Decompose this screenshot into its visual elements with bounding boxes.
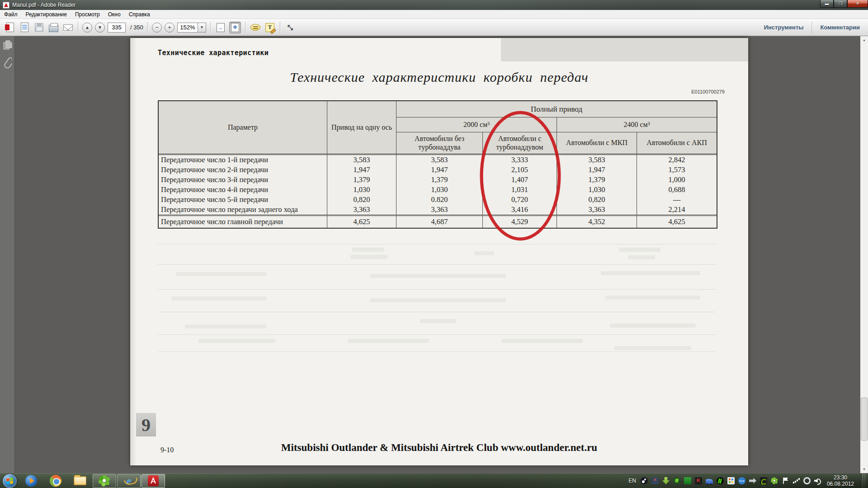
car-app-icon[interactable] [706, 479, 713, 484]
table-cell: 3,583 [327, 155, 396, 165]
taskbar-browser-button[interactable] [44, 474, 67, 488]
sticky-note-button[interactable] [250, 22, 261, 33]
table-row-param: Передаточное число 5-й передачи [159, 195, 327, 205]
minimize-button[interactable]: ▬ [820, 0, 834, 8]
language-indicator[interactable]: EN [628, 478, 636, 484]
previous-page-button[interactable]: ▲ [82, 23, 92, 33]
show-desktop-button[interactable] [861, 474, 866, 488]
scroll-up-button[interactable]: ▲ [860, 36, 868, 44]
taskbar-explorer-button[interactable] [68, 474, 92, 488]
table-row-param: Передаточное число 1-й передачи [159, 155, 327, 165]
action-center-flag-icon[interactable] [782, 477, 789, 484]
next-page-button[interactable]: ▼ [95, 23, 105, 33]
fit-width-button[interactable]: ↔ [215, 22, 226, 33]
menu-file[interactable]: Файл [0, 10, 22, 19]
scrollbar-thumb[interactable] [861, 398, 868, 441]
zoom-out-button[interactable]: − [152, 23, 162, 33]
taskbar-icq-button[interactable] [93, 474, 116, 488]
table-cell: 3,583 [557, 155, 637, 165]
page-thumbnails-button[interactable] [0, 36, 15, 54]
green-square-app-icon[interactable] [684, 477, 691, 484]
pdf-page: Технические характеристики Технические х… [130, 38, 748, 465]
fit-page-button[interactable]: ✥ [229, 22, 241, 33]
windows-logo-icon [6, 477, 13, 484]
table-cell: 2,842 [637, 155, 717, 165]
table-row-param: Передаточное число 2-й передачи [159, 165, 327, 175]
table-cell: 1,030 [327, 185, 396, 195]
safely-remove-hardware-icon[interactable] [749, 477, 756, 484]
table-cell: 1,379 [396, 175, 483, 185]
table-cell: 4,625 [327, 215, 396, 228]
table-cell: 4,625 [637, 215, 717, 228]
blocked-app-icon[interactable] [651, 477, 659, 484]
comments-panel-button[interactable]: Комментарии [812, 24, 868, 31]
steam-icon[interactable] [641, 477, 648, 484]
table-cell: 1,947 [396, 165, 483, 175]
window-controls: ▬ ❐ ✕ [820, 0, 868, 8]
download-arrow-icon[interactable] [662, 477, 670, 484]
fullscreen-icon: ⤡ [288, 23, 293, 32]
kaspersky-icon[interactable] [695, 477, 702, 484]
arrow-down-icon: ▼ [98, 25, 102, 30]
zoom-level-value[interactable]: 152% [177, 23, 198, 33]
fullscreen-button[interactable]: ⤡ [284, 22, 296, 33]
table-cell: 3,363 [327, 205, 396, 215]
open-file-icon [6, 23, 14, 32]
table-header-2400: 2400 см³ [557, 117, 717, 132]
volume-icon[interactable] [814, 477, 821, 484]
pages-icon [3, 40, 12, 50]
razer-icon[interactable] [717, 477, 724, 484]
table-cell: 0,688 [637, 185, 717, 195]
table-cell: 1,030 [557, 185, 637, 195]
menu-edit[interactable]: Редактирование [22, 10, 71, 19]
sticky-note-icon [250, 24, 260, 31]
print-button[interactable] [47, 22, 59, 33]
zoom-in-button[interactable]: + [165, 23, 175, 33]
taskbar-media-player-button[interactable] [19, 474, 43, 488]
vertical-scrollbar[interactable]: ▲ ▼ [860, 36, 868, 473]
save-icon [35, 23, 43, 32]
save-as-button[interactable] [19, 22, 30, 33]
icq-tray-icon[interactable] [771, 477, 778, 484]
highlight-text-button[interactable]: T [264, 22, 276, 33]
maximize-button[interactable]: ❐ [834, 0, 847, 8]
table-header-param: Параметр [159, 101, 327, 155]
chevron-down-icon: ▼ [200, 25, 203, 29]
save-as-icon [21, 23, 28, 32]
sync-ring-icon[interactable] [803, 477, 811, 484]
page-number-input[interactable] [108, 23, 126, 33]
table-cell: 3,363 [557, 205, 637, 215]
start-button[interactable] [3, 474, 17, 488]
network-signal-icon[interactable] [793, 477, 800, 484]
menu-help[interactable]: Справка [125, 10, 154, 19]
colored-tiles-app-icon[interactable] [727, 477, 735, 484]
green-leaf-app-icon[interactable] [673, 477, 680, 484]
email-button[interactable] [62, 22, 74, 33]
table-row-param: Передаточное число главной передачи [159, 215, 327, 228]
nvidia-icon[interactable] [760, 477, 767, 484]
tools-panel-button[interactable]: Инструменты [756, 24, 812, 31]
scroll-down-button[interactable]: ▼ [860, 465, 868, 473]
table-cell: 2,214 [637, 205, 717, 215]
taskbar-adobe-reader-button[interactable] [142, 474, 165, 488]
menu-window[interactable]: Окно [104, 10, 125, 19]
print-icon [49, 25, 58, 32]
open-file-button[interactable] [4, 22, 16, 33]
section-tab: 9 [136, 413, 156, 436]
window-title: Manul.pdf - Adobe Reader [12, 2, 75, 8]
table-cell: 0.820 [396, 195, 483, 205]
table-header-akp: Автомобили с АКП [637, 132, 717, 155]
table-row-param: Передаточное число 4-й передачи [159, 185, 327, 195]
save-button[interactable] [33, 22, 45, 33]
close-button[interactable]: ✕ [847, 0, 868, 8]
taskbar-clock[interactable]: 23:30 06.08.2012 [827, 474, 854, 487]
zoom-dropdown-button[interactable]: ▼ [198, 23, 206, 33]
attachments-button[interactable] [0, 54, 15, 72]
arrow-up-icon: ▲ [85, 25, 90, 30]
page-title: Технические характеристики коробки перед… [130, 70, 748, 85]
taskbar: e EN [0, 473, 868, 488]
blue-dots-app-icon[interactable] [738, 477, 745, 484]
menu-view[interactable]: Просмотр [71, 10, 104, 19]
taskbar-internet-explorer-button[interactable]: e [117, 474, 141, 488]
zoom-combobox[interactable]: 152% ▼ [177, 23, 206, 33]
